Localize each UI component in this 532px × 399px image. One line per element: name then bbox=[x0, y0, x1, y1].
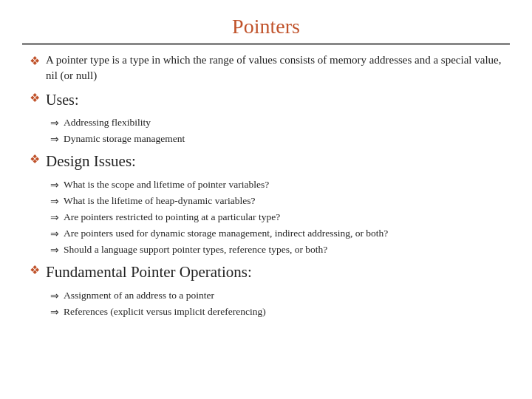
design-heading: Design Issues: bbox=[46, 151, 136, 172]
bullet-icon-intro: ❖ bbox=[30, 54, 40, 68]
fundamental-sublist: ⇒ Assignment of an address to a pointer … bbox=[50, 289, 502, 319]
design-bullet: ❖ Design Issues: bbox=[30, 151, 502, 172]
bullet-icon-uses: ❖ bbox=[30, 91, 40, 105]
arrow-icon-3: ⇒ bbox=[50, 179, 59, 191]
design-sub-text-2: What is the lifetime of heap-dynamic var… bbox=[64, 194, 255, 208]
design-sub-2: ⇒ What is the lifetime of heap-dynamic v… bbox=[50, 194, 502, 208]
design-sub-4: ⇒ Are pointers used for dynamic storage … bbox=[50, 227, 502, 241]
uses-sublist: ⇒ Addressing flexibility ⇒ Dynamic stora… bbox=[50, 116, 502, 146]
fundamental-sub-text-1: Assignment of an address to a pointer bbox=[64, 289, 214, 303]
fundamental-heading: Fundamental Pointer Operations: bbox=[46, 262, 252, 283]
design-sub-text-5: Should a language support pointer types,… bbox=[64, 243, 327, 257]
bullet-icon-design: ❖ bbox=[30, 152, 40, 166]
arrow-icon-7: ⇒ bbox=[50, 244, 59, 256]
arrow-icon-9: ⇒ bbox=[50, 306, 59, 318]
design-sub-text-1: What is the scope and lifetime of pointe… bbox=[64, 178, 269, 192]
uses-sub-text-1: Addressing flexibility bbox=[64, 116, 151, 130]
design-sublist: ⇒ What is the scope and lifetime of poin… bbox=[50, 178, 502, 256]
bullet-icon-fundamental: ❖ bbox=[30, 263, 40, 277]
design-sub-3: ⇒ Are pointers restricted to pointing at… bbox=[50, 211, 502, 225]
design-sub-text-4: Are pointers used for dynamic storage ma… bbox=[64, 227, 388, 241]
content-area: ❖ A pointer type is a type in which the … bbox=[22, 52, 510, 384]
fundamental-bullet: ❖ Fundamental Pointer Operations: bbox=[30, 262, 502, 283]
arrow-icon-5: ⇒ bbox=[50, 211, 59, 224]
design-sub-5: ⇒ Should a language support pointer type… bbox=[50, 243, 502, 257]
arrow-icon-8: ⇒ bbox=[50, 290, 59, 302]
arrow-icon-4: ⇒ bbox=[50, 195, 59, 208]
intro-text: A pointer type is a type in which the ra… bbox=[46, 52, 502, 83]
arrow-icon-1: ⇒ bbox=[50, 117, 59, 129]
uses-sub-text-2: Dynamic storage management bbox=[64, 132, 185, 146]
arrow-icon-6: ⇒ bbox=[50, 228, 59, 240]
fundamental-sub-1: ⇒ Assignment of an address to a pointer bbox=[50, 289, 502, 303]
arrow-icon-2: ⇒ bbox=[50, 133, 59, 146]
uses-sub-1: ⇒ Addressing flexibility bbox=[50, 116, 502, 130]
slide: Pointers ❖ A pointer type is a type in w… bbox=[0, 0, 532, 399]
uses-sub-2: ⇒ Dynamic storage management bbox=[50, 132, 502, 146]
fundamental-sub-2: ⇒ References (explicit versus implicit d… bbox=[50, 305, 502, 319]
uses-bullet: ❖ Uses: bbox=[30, 89, 502, 110]
divider bbox=[22, 43, 510, 45]
design-sub-text-3: Are pointers restricted to pointing at a… bbox=[64, 211, 280, 225]
intro-bullet: ❖ A pointer type is a type in which the … bbox=[30, 52, 502, 83]
slide-title: Pointers bbox=[22, 15, 510, 38]
design-sub-1: ⇒ What is the scope and lifetime of poin… bbox=[50, 178, 502, 192]
uses-heading: Uses: bbox=[46, 89, 78, 110]
title-area: Pointers bbox=[22, 15, 510, 38]
fundamental-sub-text-2: References (explicit versus implicit der… bbox=[64, 305, 266, 319]
